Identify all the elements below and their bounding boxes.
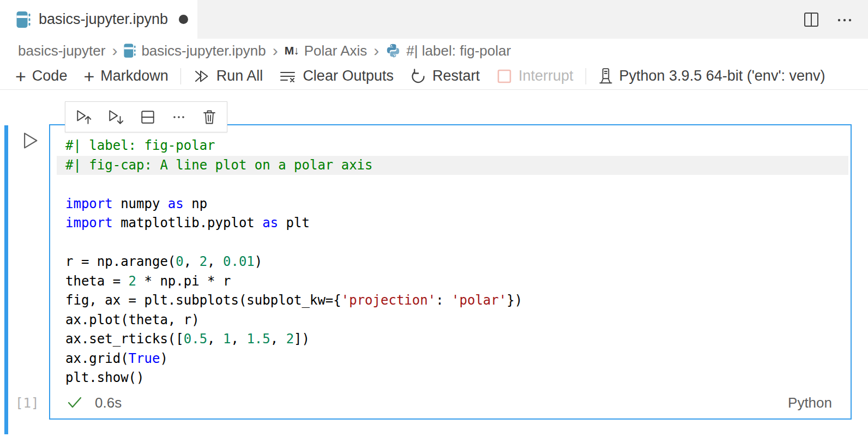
breadcrumb-item-file[interactable]: basics-jupyter.ipynb — [124, 43, 266, 59]
cell-focus-indicator — [4, 125, 8, 434]
cell-toolbar — [65, 101, 227, 132]
editor-tab-bar: basics-jupyter.ipynb — [0, 0, 868, 39]
kernel-icon — [598, 68, 613, 85]
notebook-editor: #| label: fig-polar#| fig-cap: A line pl… — [0, 90, 868, 437]
add-code-label: Code — [32, 68, 68, 84]
code-line[interactable]: ax.plot(theta, r) — [57, 311, 848, 330]
code-line[interactable] — [57, 175, 848, 195]
code-line[interactable]: #| label: fig-polar — [57, 136, 848, 156]
code-line[interactable]: r = np.arange(0, 2, 0.01) — [57, 252, 848, 272]
breadcrumb-item-cell[interactable]: #| label: fig-polar — [385, 43, 511, 59]
cell-status-bar: 0.6s Python — [58, 391, 843, 414]
kernel-label: Python 3.9.5 64-bit ('env': venv) — [619, 68, 825, 84]
toolbar-divider — [180, 68, 181, 84]
add-markdown-label: Markdown — [100, 68, 168, 84]
clear-outputs-label: Clear Outputs — [303, 68, 394, 84]
kernel-picker[interactable]: Python 3.9.5 64-bit ('env': venv) — [598, 68, 825, 85]
restart-label: Restart — [432, 68, 480, 84]
more-cell-actions-icon[interactable] — [171, 109, 187, 125]
vscode-notebook-window: basics-jupyter.ipynb basics-jupyter — [0, 0, 868, 437]
breadcrumb-label: basics-jupyter — [18, 43, 105, 59]
breadcrumb-label: #| label: fig-polar — [406, 43, 511, 59]
code-line[interactable]: import numpy as np — [57, 195, 848, 214]
run-all-label: Run All — [216, 68, 263, 84]
split-editor-icon[interactable] — [803, 11, 820, 28]
run-cells-above-icon[interactable] — [75, 108, 93, 126]
toolbar-divider — [586, 68, 586, 84]
execution-duration: 0.6s — [95, 394, 122, 411]
clear-outputs-icon — [279, 68, 297, 84]
notebook-toolbar: + Code + Markdown Run All — [0, 63, 868, 90]
breadcrumb-item-section[interactable]: M↓ Polar Axis — [285, 43, 367, 59]
execution-count: [1] — [15, 396, 39, 411]
code-line[interactable]: #| fig-cap: A line plot on a polar axis — [57, 156, 848, 175]
add-markdown-cell-button[interactable]: + Markdown — [83, 67, 168, 86]
python-icon — [385, 43, 401, 58]
modified-dot-icon[interactable] — [179, 15, 188, 24]
tab-title: basics-jupyter.ipynb — [39, 11, 168, 28]
code-line[interactable]: ax.set_rticks([0.5, 1, 1.5, 2]) — [57, 330, 848, 349]
breadcrumb-separator: › — [112, 43, 117, 59]
clear-outputs-button[interactable]: Clear Outputs — [279, 68, 394, 84]
code-line[interactable]: theta = 2 * np.pi * r — [57, 272, 848, 292]
tab-basics-jupyter-ipynb[interactable]: basics-jupyter.ipynb — [0, 0, 197, 39]
success-check-icon — [67, 396, 83, 410]
notebook-file-icon — [16, 11, 31, 28]
breadcrumb-item-folder[interactable]: basics-jupyter — [18, 43, 105, 59]
interrupt-label: Interrupt — [519, 68, 574, 84]
restart-icon — [410, 68, 426, 84]
restart-kernel-button[interactable]: Restart — [410, 68, 480, 84]
interrupt-kernel-button[interactable]: Interrupt — [496, 68, 574, 84]
code-line[interactable] — [57, 233, 848, 253]
run-all-icon — [193, 68, 210, 84]
split-cell-icon[interactable] — [140, 109, 156, 125]
code-line[interactable]: fig, ax = plt.subplots(subplot_kw={'proj… — [57, 291, 848, 311]
markdown-header-icon: M↓ — [285, 44, 299, 57]
breadcrumb-separator: › — [373, 43, 379, 59]
breadcrumb: basics-jupyter › basics-jupyter.ipynb › … — [0, 39, 868, 63]
notebook-file-icon — [124, 43, 136, 58]
plus-icon: + — [15, 67, 26, 86]
cell-language-picker[interactable]: Python — [788, 394, 832, 411]
breadcrumb-label: basics-jupyter.ipynb — [141, 43, 266, 59]
more-actions-icon[interactable] — [835, 11, 854, 28]
code-line[interactable]: plt.show() — [57, 368, 848, 388]
add-code-cell-button[interactable]: + Code — [15, 67, 67, 86]
run-cell-button[interactable] — [19, 130, 40, 151]
tab-bar-actions — [803, 0, 868, 39]
interrupt-icon — [496, 68, 513, 84]
code-cell[interactable]: #| label: fig-polar#| fig-cap: A line pl… — [49, 124, 852, 420]
delete-cell-icon[interactable] — [202, 109, 217, 125]
code-line[interactable]: ax.grid(True) — [57, 349, 848, 369]
breadcrumb-label: Polar Axis — [304, 43, 367, 59]
breadcrumb-separator: › — [273, 43, 278, 59]
plus-icon: + — [83, 67, 94, 86]
run-all-button[interactable]: Run All — [193, 68, 263, 84]
run-cells-below-icon[interactable] — [107, 108, 125, 126]
code-line[interactable]: import matplotlib.pyplot as plt — [57, 214, 848, 233]
code-lines[interactable]: #| label: fig-polar#| fig-cap: A line pl… — [57, 136, 848, 388]
